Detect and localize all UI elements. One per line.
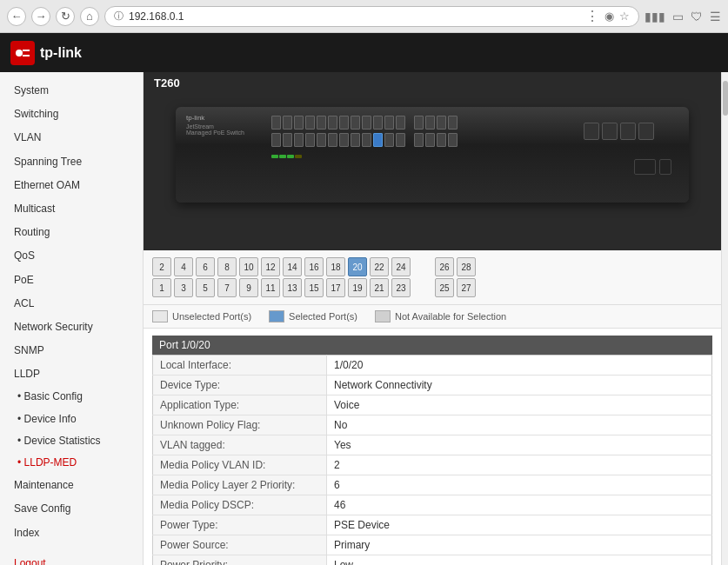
sidebar-item-network-security[interactable]: Network Security	[0, 316, 143, 339]
port-15[interactable]: 15	[304, 278, 324, 297]
port-7[interactable]: 7	[217, 278, 237, 297]
sidebar-item-lldp-med[interactable]: • LLDP-MED	[0, 452, 143, 474]
console-ports	[634, 159, 671, 175]
sidebar-item-device-statistics[interactable]: • Device Statistics	[0, 430, 143, 452]
field-value: Low	[327, 555, 712, 566]
port-3[interactable]: 3	[174, 278, 193, 297]
port-19[interactable]: 19	[348, 278, 367, 297]
field-value: Primary	[327, 535, 712, 555]
port-10[interactable]: 10	[239, 257, 258, 276]
field-label: Media Policy DSCP:	[153, 495, 327, 515]
port-13[interactable]: 13	[283, 278, 302, 297]
field-value: No	[327, 415, 712, 435]
sidebar-item-multicast[interactable]: Multicast	[0, 197, 143, 221]
switch-logo: tp-link JetStream Managed PoE Switch	[186, 114, 244, 136]
sidebar-item-maintenance[interactable]: Maintenance	[0, 474, 143, 497]
port-1[interactable]: 1	[152, 278, 171, 297]
table-row: Local Interface:1/0/20	[153, 356, 712, 376]
port-4[interactable]: 4	[174, 257, 193, 276]
port-28[interactable]: 28	[457, 257, 476, 276]
legend-unavailable-label: Not Available for Selection	[395, 311, 506, 322]
sidebar-item-acl[interactable]: ACL	[0, 292, 143, 316]
sidebar-item-index[interactable]: Index	[0, 522, 143, 545]
port-9[interactable]: 9	[239, 278, 258, 297]
port-8[interactable]: 8	[217, 257, 237, 276]
reload-button[interactable]: ↻	[56, 7, 75, 26]
field-value: Network Connectivity	[327, 376, 712, 396]
top-bar: tp-link	[0, 33, 728, 72]
table-row: Media Policy VLAN ID:2	[153, 455, 712, 475]
browser-chrome: ← → ↻ ⌂ ⓘ 192.168.0.1 ⋮ ◉ ☆ ▮▮▮ ▭ 🛡 ☰	[0, 0, 728, 33]
sidebar-item-vlan[interactable]: VLAN	[0, 126, 143, 150]
port-grid-area: 2 4 6 8 10 12 14 16 18 20 22 24 26 28	[144, 250, 721, 305]
port-5[interactable]: 5	[196, 278, 215, 297]
field-label: VLAN tagged:	[153, 435, 327, 455]
sidebar-item-spanning-tree[interactable]: Spanning Tree	[0, 150, 143, 174]
port-20[interactable]: 20	[348, 257, 367, 276]
field-label: Unknown Policy Flag:	[153, 415, 327, 435]
table-row: VLAN tagged:Yes	[153, 435, 712, 455]
port-23[interactable]: 23	[391, 278, 411, 297]
table-row: Device Type:Network Connectivity	[153, 376, 712, 396]
legend-selected-label: Selected Port(s)	[289, 311, 357, 322]
legend-box-selected	[269, 310, 284, 322]
field-value: Yes	[327, 435, 712, 455]
svg-rect-2	[23, 55, 30, 56]
field-value: 2	[327, 455, 712, 475]
port-22[interactable]: 22	[370, 257, 389, 276]
port-27[interactable]: 27	[457, 278, 476, 297]
menu-icon[interactable]: ☰	[710, 10, 721, 23]
sidebar-item-basic-config[interactable]: • Basic Config	[0, 386, 143, 408]
port-row-top: 2 4 6 8 10 12 14 16 18 20 22 24 26 28	[152, 257, 712, 276]
logo-area: tp-link	[10, 41, 82, 65]
sidebar-item-system[interactable]: System	[0, 79, 143, 103]
port-6[interactable]: 6	[196, 257, 215, 276]
switch-ports-top	[271, 116, 458, 130]
sidebar-item-poe[interactable]: PoE	[0, 269, 143, 292]
table-row: Media Policy DSCP:46	[153, 495, 712, 515]
device-title: T260	[144, 72, 721, 94]
port-16[interactable]: 16	[304, 257, 324, 276]
scrollbar[interactable]	[721, 72, 728, 565]
sidebar-item-qos[interactable]: QoS	[0, 244, 143, 268]
sidebar-item-routing[interactable]: Routing	[0, 221, 143, 244]
port-18[interactable]: 18	[326, 257, 345, 276]
library-icon[interactable]: ▮▮▮	[645, 10, 665, 23]
content-area: System Switching VLAN Spanning Tree Ethe…	[0, 72, 728, 565]
port-26[interactable]: 26	[435, 257, 454, 276]
port-2[interactable]: 2	[152, 257, 171, 276]
sidebar-item-ethernet-oam[interactable]: Ethernet OAM	[0, 174, 143, 197]
field-value: 1/0/20	[327, 356, 712, 376]
sidebar-item-save-config[interactable]: Save Config	[0, 497, 143, 521]
table-row: Application Type:Voice	[153, 396, 712, 415]
logo-text: tp-link	[40, 45, 82, 61]
home-button[interactable]: ⌂	[80, 7, 99, 26]
field-label: Local Interface:	[153, 356, 327, 376]
forward-button[interactable]: →	[31, 7, 50, 26]
port-21[interactable]: 21	[370, 278, 389, 297]
window-icon[interactable]: ▭	[672, 10, 684, 23]
browser-right-icons: ▮▮▮ ▭ 🛡 ☰	[645, 10, 721, 23]
port-info-table: Local Interface:1/0/20Device Type:Networ…	[152, 355, 712, 565]
sidebar-item-lldp[interactable]: LLDP	[0, 362, 143, 386]
back-button[interactable]: ←	[7, 7, 26, 26]
app-wrapper: tp-link System Switching VLAN Spanning T…	[0, 33, 728, 565]
port-row-bottom: 1 3 5 7 9 11 13 15 17 19 21 23 25 27	[152, 278, 712, 297]
port-25[interactable]: 25	[435, 278, 454, 297]
port-12[interactable]: 12	[261, 257, 280, 276]
port-info-title: Port 1/0/20	[152, 336, 712, 355]
sidebar-item-snmp[interactable]: SNMP	[0, 339, 143, 362]
sidebar-item-switching[interactable]: Switching	[0, 103, 143, 126]
port-24[interactable]: 24	[391, 257, 411, 276]
legend-row: Unselected Port(s) Selected Port(s) Not …	[144, 305, 721, 329]
field-label: Application Type:	[153, 396, 327, 415]
table-row: Power Source:Primary	[153, 535, 712, 555]
port-14[interactable]: 14	[283, 257, 302, 276]
sidebar-item-device-info[interactable]: • Device Info	[0, 409, 143, 430]
address-bar[interactable]: ⓘ 192.168.0.1 ⋮ ◉ ☆	[104, 6, 639, 27]
field-value: 46	[327, 495, 712, 515]
svg-rect-1	[23, 50, 30, 51]
port-17[interactable]: 17	[326, 278, 345, 297]
port-11[interactable]: 11	[261, 278, 280, 297]
logout-link[interactable]: Logout	[0, 554, 143, 565]
